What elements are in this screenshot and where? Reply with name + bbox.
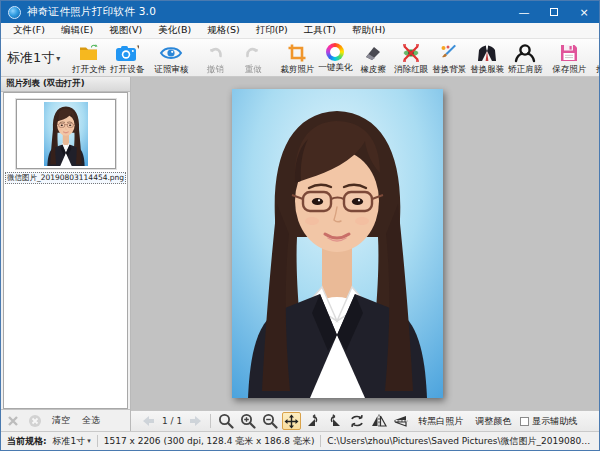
rotate-right-button[interactable] — [325, 412, 345, 430]
crop-photo-button[interactable]: 裁剪照片 — [278, 40, 316, 76]
replace-background-button[interactable]: 替换背景 — [430, 40, 468, 76]
suit-icon — [475, 43, 499, 63]
brush-icon — [437, 43, 461, 63]
zoom-in-button[interactable] — [238, 412, 258, 430]
convert-bw-button[interactable]: 转黑白照片 — [413, 413, 468, 430]
delete-photo-icon[interactable] — [5, 413, 21, 429]
thumbnail-filename: 微信图片_20190803114454.png — [5, 172, 126, 184]
photo-review-button[interactable]: 证照审核 — [152, 40, 190, 76]
maximize-button[interactable] — [539, 1, 569, 23]
remove-red-eye-button[interactable]: 消除红眼 — [392, 40, 430, 76]
save-photo-label: 保存照片 — [552, 64, 586, 76]
guides-checkbox[interactable] — [520, 417, 529, 426]
red-eye-icon — [399, 43, 423, 63]
main-toolbar: 标准1寸 ▾ 打开文件 ▾ 打开设备 证照审核 — [1, 39, 599, 77]
menu-tools[interactable]: 工具(T) — [296, 23, 344, 38]
close-button[interactable]: × — [569, 1, 599, 23]
spec-dropdown[interactable]: 标准1寸 ▾ — [5, 40, 64, 76]
photo-thumbnail[interactable] — [16, 99, 116, 169]
fix-shoulders-button[interactable]: 矫正肩膀 — [506, 40, 544, 76]
folder-icon — [77, 43, 101, 63]
redo-icon — [241, 43, 265, 63]
open-device-label: 打开设备 — [110, 64, 144, 76]
file-path: C:\Users\zhou\Pictures\Saved Pictures\微信… — [327, 435, 593, 448]
current-spec-value: 标准1寸 — [53, 435, 86, 448]
guides-label: 显示辅助线 — [532, 415, 577, 428]
crop-icon — [285, 43, 309, 63]
photo-review-label: 证照审核 — [154, 64, 188, 76]
maximize-icon — [550, 8, 558, 16]
titlebar: 神奇证件照片打印软件 3.0 — × — [1, 1, 599, 23]
show-guides-toggle[interactable]: 显示辅助线 — [520, 415, 577, 428]
photo-canvas[interactable] — [131, 77, 599, 410]
eraser-button[interactable]: 橡皮擦 — [354, 40, 392, 76]
image-size-info: 1517 x 2206 (300 dpi, 128.4 毫米 x 186.8 毫… — [104, 435, 315, 448]
list-item[interactable]: 微信图片_20190803114454.png — [4, 99, 127, 184]
current-spec-dropdown[interactable]: 标准1寸 ▾ — [53, 435, 91, 448]
menu-spec[interactable]: 规格(S) — [199, 23, 247, 38]
one-click-beautify-button[interactable]: 一键美化 — [316, 40, 354, 76]
replace-background-label: 替换背景 — [432, 64, 466, 76]
menu-print[interactable]: 打印(P) — [248, 23, 296, 38]
app-window: 神奇证件照片打印软件 3.0 — × 文件(F) 编辑(E) 视图(V) 美化(… — [0, 0, 600, 451]
menu-help[interactable]: 帮助(H) — [344, 23, 394, 38]
page-indicator: 1 / 1 — [159, 416, 185, 426]
redo-label: 重做 — [245, 64, 262, 76]
app-logo-icon — [8, 6, 21, 19]
flip-vertical-button[interactable] — [391, 412, 411, 430]
floppy-icon — [557, 43, 581, 63]
menu-beautify[interactable]: 美化(B) — [150, 23, 199, 38]
replace-clothes-button[interactable]: 替换服装 — [468, 40, 506, 76]
menu-edit[interactable]: 编辑(E) — [53, 23, 101, 38]
statusbar-separator — [320, 435, 321, 447]
photo-list-panel: 照片列表 (双击打开) 微信图片_20190803114454.png 清空 全… — [1, 77, 131, 431]
minimize-button[interactable]: — — [509, 1, 539, 23]
next-photo-button[interactable] — [187, 412, 205, 430]
eye-icon — [159, 43, 183, 63]
zoom-actual-button[interactable] — [216, 412, 236, 430]
one-click-beautify-label: 一键美化 — [318, 62, 352, 74]
replace-clothes-label: 替换服装 — [470, 64, 504, 76]
remove-red-eye-label: 消除红眼 — [394, 64, 428, 76]
camera-icon: ▾ — [115, 43, 139, 63]
photo-list[interactable]: 微信图片_20190803114454.png — [3, 92, 128, 409]
clear-list-button[interactable]: 清空 — [49, 413, 73, 428]
eraser-label: 橡皮擦 — [361, 64, 387, 76]
menubar: 文件(F) 编辑(E) 视图(V) 美化(B) 规格(S) 打印(P) 工具(T… — [1, 23, 599, 39]
menu-view[interactable]: 视图(V) — [101, 23, 150, 38]
remove-all-icon[interactable] — [27, 413, 43, 429]
flip-horizontal-button[interactable] — [369, 412, 389, 430]
statusbar-separator — [97, 435, 98, 447]
canvas-toolbar: 1 / 1 — [131, 410, 599, 431]
photo-list-header: 照片列表 (双击打开) — [1, 77, 130, 92]
crop-photo-label: 裁剪照片 — [280, 64, 314, 76]
previous-photo-button[interactable] — [139, 412, 157, 430]
statusbar: 当前规格: 标准1寸 ▾ 1517 x 2206 (300 dpi, 128.4… — [1, 431, 599, 450]
rotate-180-button[interactable] — [347, 412, 367, 430]
undo-icon — [203, 43, 227, 63]
fix-shoulders-label: 矫正肩膀 — [508, 64, 542, 76]
toolbar-separator — [210, 414, 211, 428]
open-file-label: 打开文件 — [72, 64, 106, 76]
current-spec-label: 当前规格: — [7, 435, 47, 448]
open-file-button[interactable]: 打开文件 — [70, 40, 108, 76]
fit-to-window-button[interactable] — [282, 412, 301, 430]
open-device-button[interactable]: ▾ 打开设备 — [108, 40, 146, 76]
print-photo-button[interactable]: ▾ 打印照片 — [594, 40, 600, 76]
menu-file[interactable]: 文件(F) — [5, 23, 53, 38]
eraser-icon — [361, 43, 385, 63]
zoom-out-button[interactable] — [260, 412, 280, 430]
svg-text:▾: ▾ — [137, 43, 139, 51]
rotate-left-button[interactable] — [303, 412, 323, 430]
select-all-button[interactable]: 全选 — [79, 413, 103, 428]
undo-label: 撤销 — [207, 64, 224, 76]
window-title: 神奇证件照片打印软件 3.0 — [27, 5, 509, 19]
spec-dropdown-label: 标准1寸 — [7, 49, 54, 67]
color-wheel-icon — [323, 43, 347, 61]
redo-button[interactable]: 重做 — [234, 40, 272, 76]
portrait-photo[interactable] — [232, 89, 443, 398]
undo-button[interactable]: 撤销 — [196, 40, 234, 76]
adjust-color-button[interactable]: 调整颜色 — [470, 413, 516, 430]
save-photo-button[interactable]: 保存照片 — [550, 40, 588, 76]
shoulders-icon — [513, 43, 537, 63]
